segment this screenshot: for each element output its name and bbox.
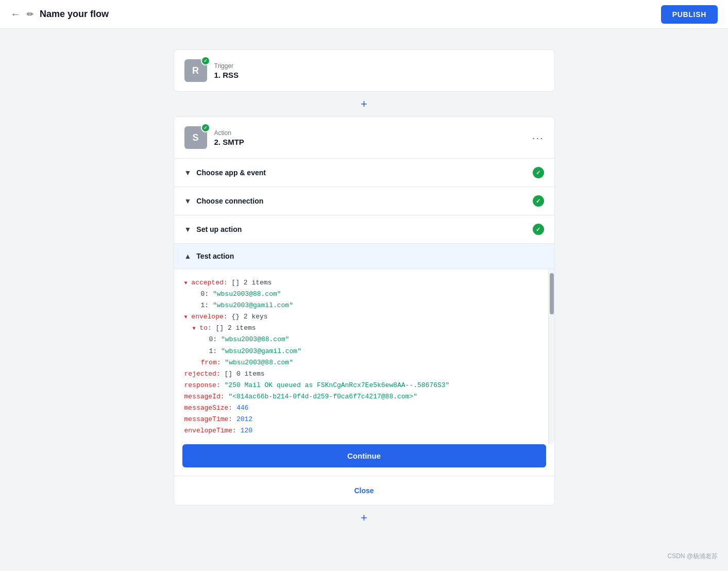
to-1-line: 1: "wbsu2003@gamil.com" xyxy=(184,346,538,357)
action-icon-letter: S xyxy=(192,132,198,143)
choose-app-check xyxy=(533,167,544,178)
messageid-line: messageId: "<814ac66b-b214-0f4d-d259-f0c… xyxy=(184,391,538,402)
header-left: ← ✏ Name your flow xyxy=(10,8,109,20)
test-action-label: Test action xyxy=(196,252,234,260)
trigger-card-header: R Trigger 1. RSS xyxy=(174,50,554,91)
accepted-line: ▼ accepted: [] 2 items xyxy=(184,277,538,289)
trigger-info: Trigger 1. RSS xyxy=(214,62,239,79)
accordion-choose-connection-left: ▼ Choose connection xyxy=(184,197,264,205)
accepted-key: accepted: xyxy=(191,279,227,287)
rejected-line: rejected: [] 0 items xyxy=(184,368,538,380)
trigger-name: 1. RSS xyxy=(214,71,239,79)
accordion-setup-action[interactable]: ▼ Set up action xyxy=(174,215,554,243)
response-line: response: "250 Mail OK queued as FSKnCgA… xyxy=(184,380,538,391)
to-line: ▼ to: [] 2 items xyxy=(184,323,538,334)
envelope-line: ▼ envelope: {} 2 keys xyxy=(184,311,538,323)
accordion-test-action-left: ▲ Test action xyxy=(184,252,234,260)
back-button[interactable]: ← xyxy=(10,8,21,20)
action-info: Action 2. SMTP xyxy=(214,129,244,146)
setup-action-check xyxy=(533,224,544,235)
scrollbar-thumb[interactable] xyxy=(550,273,554,314)
accepted-count: 2 items xyxy=(244,279,272,287)
watermark: CSDN @杨浦老苏 xyxy=(667,552,718,561)
triangle-envelope: ▼ xyxy=(184,314,188,320)
action-card-header: S Action 2. SMTP ··· xyxy=(174,117,554,158)
action-name: 2. SMTP xyxy=(214,138,244,146)
test-content: ▼ accepted: [] 2 items 0: "wbsu2003@88.c… xyxy=(174,269,548,444)
accordion-choose-app-left: ▼ Choose app & event xyxy=(184,169,266,177)
close-button[interactable]: Close xyxy=(354,486,374,495)
messagesize-line: messageSize: 446 xyxy=(184,402,538,414)
flow-title: Name your flow xyxy=(40,9,109,20)
scrollbar-track[interactable] xyxy=(548,269,554,444)
envelopetime-line: envelopeTime: 120 xyxy=(184,425,538,436)
continue-button[interactable]: Continue xyxy=(182,444,546,467)
plus-connector-1[interactable]: + xyxy=(361,92,367,116)
chevron-up-icon: ▲ xyxy=(184,252,192,260)
choose-app-label: Choose app & event xyxy=(196,169,266,177)
test-output-area: ▼ accepted: [] 2 items 0: "wbsu2003@88.c… xyxy=(174,268,554,444)
action-more-button[interactable]: ··· xyxy=(532,132,544,144)
chevron-down-icon: ▼ xyxy=(184,169,192,177)
choose-connection-label: Choose connection xyxy=(196,197,263,205)
triangle-accepted: ▼ xyxy=(184,280,188,286)
messagetime-line: messageTime: 2012 xyxy=(184,414,538,425)
close-section: Close xyxy=(174,476,554,505)
trigger-status-badge xyxy=(201,56,210,65)
accepted-1-line: 1: "wbsu2003@gamil.com" xyxy=(184,300,538,311)
trigger-type-label: Trigger xyxy=(214,62,239,70)
action-status-badge xyxy=(201,123,210,132)
trigger-app-icon: R xyxy=(184,59,207,82)
plus-connector-2[interactable]: + xyxy=(361,506,367,530)
accordion-choose-app[interactable]: ▼ Choose app & event xyxy=(174,158,554,187)
action-type-label: Action xyxy=(214,129,244,137)
accordion-test-action[interactable]: ▲ Test action xyxy=(174,243,554,268)
choose-connection-check xyxy=(533,195,544,207)
triangle-to: ▼ xyxy=(193,326,196,331)
from-line: from: "wbsu2003@88.com" xyxy=(184,357,538,368)
header: ← ✏ Name your flow PUBLISH xyxy=(0,0,728,29)
to-0-line: 0: "wbsu2003@88.com" xyxy=(184,334,538,345)
action-app-icon: S xyxy=(184,126,207,149)
flow-container: R Trigger 1. RSS + S Action xyxy=(174,49,555,530)
accordion-choose-connection[interactable]: ▼ Choose connection xyxy=(174,187,554,215)
setup-action-label: Set up action xyxy=(196,225,242,233)
trigger-card: R Trigger 1. RSS xyxy=(174,49,555,92)
trigger-icon-letter: R xyxy=(192,65,199,76)
accordion-setup-action-left: ▼ Set up action xyxy=(184,225,242,233)
chevron-down-icon-2: ▼ xyxy=(184,197,192,205)
main-content: R Trigger 1. RSS + S Action xyxy=(0,29,728,551)
publish-button[interactable]: PUBLISH xyxy=(661,5,718,24)
action-card: S Action 2. SMTP ··· ▼ Choose app & even… xyxy=(174,116,555,506)
chevron-down-icon-3: ▼ xyxy=(184,225,192,233)
accepted-0-line: 0: "wbsu2003@88.com" xyxy=(184,289,538,300)
edit-icon: ✏ xyxy=(27,9,33,19)
